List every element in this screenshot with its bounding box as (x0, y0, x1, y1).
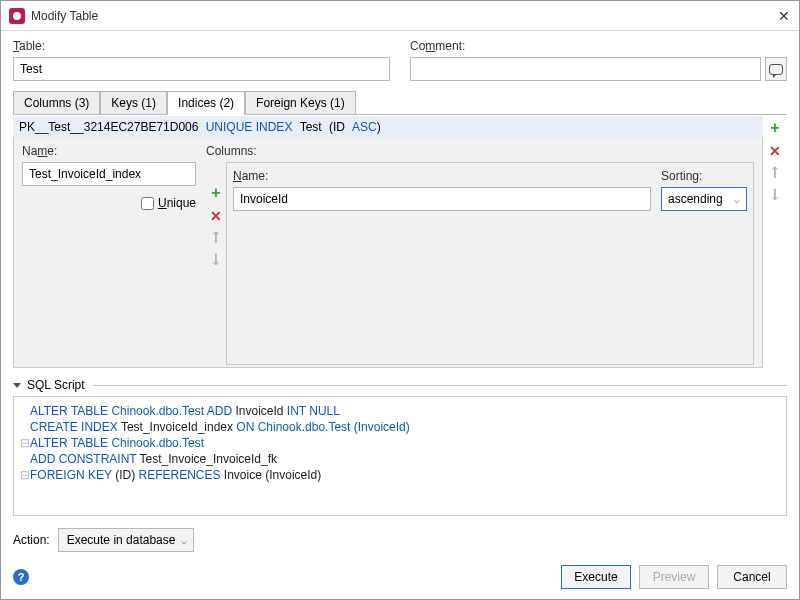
column-name-input[interactable] (233, 187, 651, 211)
comment-input[interactable] (410, 57, 761, 81)
tab-foreign-keys[interactable]: Foreign Keys (1) (245, 91, 356, 114)
index-paren-close: ) (377, 120, 381, 134)
unique-checkbox[interactable] (141, 197, 154, 210)
move-down-icon: 🠗 (209, 252, 223, 268)
sql-script-label: SQL Script (27, 378, 85, 392)
table-label: Table: (13, 39, 45, 53)
columns-label: Columns: (206, 144, 754, 158)
index-column: ID (333, 120, 345, 134)
index-name-input[interactable] (22, 162, 196, 186)
unique-label: Unique (158, 196, 196, 210)
column-name-label: Name: (233, 169, 268, 183)
index-move-up-icon: 🠕 (768, 165, 782, 181)
index-table: Test (300, 120, 322, 134)
sorting-select[interactable]: ascending ⌵ (661, 187, 747, 211)
action-label: Action: (13, 533, 50, 547)
collapse-triangle-icon (13, 383, 21, 388)
titlebar: Modify Table ✕ (1, 1, 799, 31)
index-pk-name: PK__Test__3214EC27BE71D006 (19, 120, 198, 134)
chevron-down-icon: ⌵ (734, 194, 740, 205)
app-icon (9, 8, 25, 24)
action-mode-value: Execute in database (67, 533, 176, 547)
index-kw-type: UNIQUE INDEX (206, 120, 293, 134)
remove-column-icon[interactable]: ✕ (210, 208, 222, 224)
help-icon[interactable]: ? (13, 569, 29, 585)
tab-bar: Columns (3) Keys (1) Indices (2) Foreign… (13, 91, 787, 115)
speech-bubble-icon (769, 64, 783, 75)
tab-columns[interactable]: Columns (3) (13, 91, 100, 114)
index-list-actions: + ✕ 🠕 🠗 (763, 115, 787, 368)
add-index-icon[interactable]: + (770, 119, 779, 137)
comment-label: Comment: (410, 39, 465, 53)
sql-script-header[interactable]: SQL Script (13, 378, 787, 392)
window-title: Modify Table (31, 9, 777, 23)
sorting-label: Sorting: (661, 169, 702, 183)
sql-script-viewer[interactable]: ALTER TABLE Chinook.dbo.Test ADD Invoice… (13, 396, 787, 516)
cancel-button[interactable]: Cancel (717, 565, 787, 589)
index-direction: ASC (352, 120, 377, 134)
add-column-icon[interactable]: + (211, 184, 220, 202)
chevron-down-icon: ⌵ (181, 535, 187, 546)
sorting-value: ascending (668, 192, 723, 206)
divider (93, 385, 787, 386)
tab-keys[interactable]: Keys (1) (100, 91, 167, 114)
remove-index-icon[interactable]: ✕ (769, 143, 781, 159)
preview-button: Preview (639, 565, 709, 589)
index-definition-row[interactable]: PK__Test__3214EC27BE71D006 UNIQUE INDEX … (13, 115, 763, 138)
move-up-icon: 🠕 (209, 230, 223, 246)
index-move-down-icon: 🠗 (768, 187, 782, 203)
tab-indices[interactable]: Indices (2) (167, 91, 245, 115)
table-name-input[interactable] (13, 57, 390, 81)
execute-button[interactable]: Execute (561, 565, 631, 589)
close-icon[interactable]: ✕ (777, 9, 791, 23)
comment-expand-button[interactable] (765, 57, 787, 81)
index-name-label: Name: (22, 144, 57, 158)
column-panel: Name: Sorting: ascending ⌵ (226, 162, 754, 365)
action-mode-select[interactable]: Execute in database ⌵ (58, 528, 195, 552)
